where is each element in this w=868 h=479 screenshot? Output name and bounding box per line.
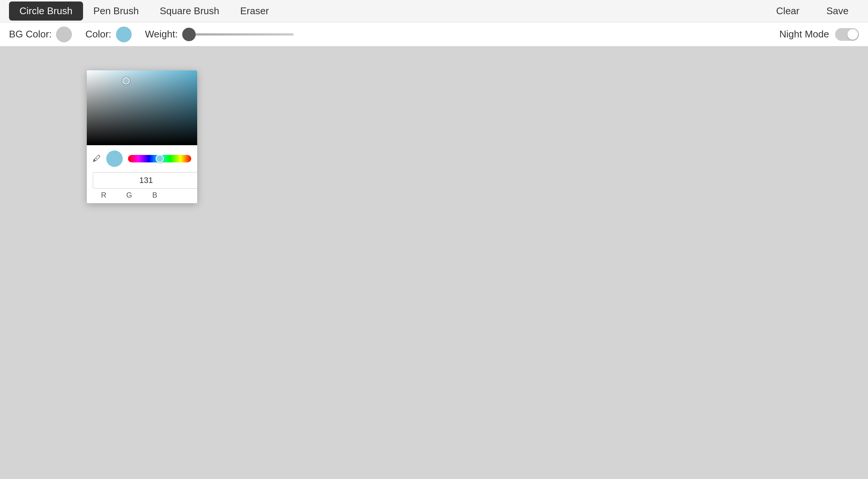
- r-input[interactable]: [93, 172, 197, 189]
- rgb-inputs: ⇅: [93, 172, 191, 189]
- weight-track: [189, 33, 294, 36]
- color-gradient-picker[interactable]: [87, 70, 197, 145]
- weight-label: Weight:: [145, 28, 178, 40]
- bg-color-swatch[interactable]: [56, 27, 72, 42]
- color-picker-controls: 🖊 ⇅ R G B: [87, 145, 197, 203]
- g-label: G: [118, 191, 140, 199]
- hue-handle: [156, 155, 164, 163]
- tab-square-brush[interactable]: Square Brush: [149, 1, 230, 21]
- brush-tab-group: Circle Brush Pen Brush Square Brush Eras…: [9, 1, 279, 21]
- picker-top-row: 🖊: [93, 150, 191, 167]
- night-mode-control: Night Mode: [779, 28, 859, 41]
- color-swatch[interactable]: [116, 27, 132, 42]
- weight-thumb: [182, 28, 196, 41]
- hue-slider[interactable]: [128, 155, 191, 162]
- save-button[interactable]: Save: [816, 1, 859, 21]
- b-label: B: [144, 191, 166, 199]
- drawing-canvas[interactable]: 🖊 ⇅ R G B: [0, 46, 868, 479]
- weight-slider[interactable]: [182, 28, 294, 41]
- eyedropper-icon[interactable]: 🖊: [93, 154, 101, 164]
- night-mode-label: Night Mode: [779, 28, 829, 40]
- rgb-labels: R G B: [93, 191, 191, 199]
- clear-button[interactable]: Clear: [766, 1, 810, 21]
- mode-label-spacer: [169, 191, 191, 199]
- night-mode-toggle[interactable]: [835, 28, 859, 41]
- gradient-handle[interactable]: [122, 77, 130, 85]
- main-toolbar: Circle Brush Pen Brush Square Brush Eras…: [0, 0, 868, 22]
- tab-eraser[interactable]: Eraser: [230, 1, 279, 21]
- r-label: R: [93, 191, 114, 199]
- color-label: Color:: [85, 28, 111, 40]
- weight-control: Weight:: [145, 28, 294, 41]
- tab-pen-brush[interactable]: Pen Brush: [83, 1, 149, 21]
- bg-color-label: BG Color:: [9, 28, 52, 40]
- color-control: Color:: [85, 27, 131, 42]
- color-preview-swatch: [106, 150, 123, 167]
- bg-color-control: BG Color:: [9, 27, 72, 42]
- toolbar-actions: Clear Save: [766, 1, 859, 21]
- controls-row: BG Color: Color: Weight: Night Mode: [0, 22, 868, 46]
- tab-circle-brush[interactable]: Circle Brush: [9, 1, 83, 21]
- color-picker-popup: 🖊 ⇅ R G B: [87, 70, 197, 203]
